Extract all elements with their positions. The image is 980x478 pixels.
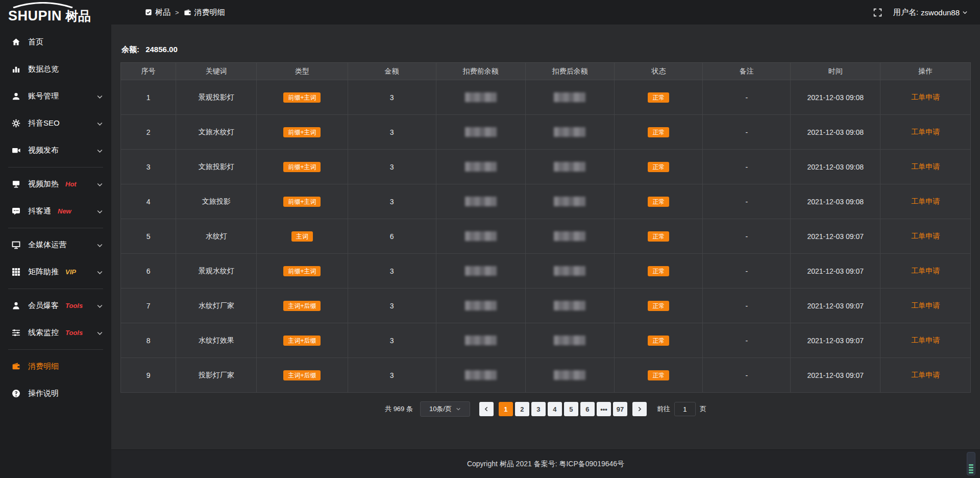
sidebar-item-chat[interactable]: 抖客通New xyxy=(0,198,111,225)
work-order-link[interactable]: 工单申请 xyxy=(911,128,940,136)
balance: 余额: 24856.00 xyxy=(120,45,971,55)
cell-note: - xyxy=(703,254,790,289)
cell-keyword: 水纹灯 xyxy=(176,219,257,254)
cell-keyword: 投影灯厂家 xyxy=(176,358,257,393)
sidebar-divider xyxy=(8,349,103,350)
cell-type: 前缀+主词 xyxy=(257,254,348,289)
sidebar-item-badge: Hot xyxy=(65,180,77,188)
chevron-down-icon xyxy=(96,93,103,102)
sidebar-item-chart[interactable]: 数据总览 xyxy=(0,56,111,83)
cell-action: 工单申请 xyxy=(880,184,971,219)
page-button-97[interactable]: 97 xyxy=(613,402,627,416)
cell-balance-before xyxy=(436,115,525,150)
cell-action: 工单申请 xyxy=(880,254,971,289)
work-order-link[interactable]: 工单申请 xyxy=(911,197,940,205)
fullscreen-icon[interactable] xyxy=(873,8,882,17)
censored-balance-after xyxy=(554,197,585,206)
type-badge: 前缀+主词 xyxy=(283,92,321,103)
col-note: 备注 xyxy=(703,63,790,80)
chevron-down-icon xyxy=(962,10,968,15)
chevron-down-icon xyxy=(96,329,103,338)
breadcrumb-item-home[interactable]: 树品 xyxy=(145,8,170,17)
next-page-button[interactable] xyxy=(632,402,647,416)
page-ellipsis-button[interactable]: ••• xyxy=(597,402,611,416)
sidebar-item-grid[interactable]: 矩阵助推VIP xyxy=(0,258,111,285)
cell-index: 8 xyxy=(121,323,176,358)
work-order-link[interactable]: 工单申请 xyxy=(911,371,940,379)
table-row: 7水纹灯厂家主词+后缀3正常-2021-12-03 09:07工单申请 xyxy=(121,289,971,323)
cell-index: 1 xyxy=(121,80,176,115)
cell-index: 6 xyxy=(121,254,176,289)
cell-balance-after xyxy=(525,184,615,219)
sidebar-item-gear[interactable]: 抖音SEO xyxy=(0,110,111,137)
col-balance-before: 扣费前余额 xyxy=(436,63,525,80)
page-size-select[interactable]: 10条/页 xyxy=(420,401,470,417)
sidebar-item-user[interactable]: 账号管理 xyxy=(0,83,111,110)
cell-keyword: 文旅投影 xyxy=(176,184,257,219)
page-button-4[interactable]: 4 xyxy=(548,402,562,416)
table-row: 3文旅投影灯前缀+主词3正常-2021-12-03 09:08工单申请 xyxy=(121,150,971,184)
cell-status: 正常 xyxy=(615,358,703,393)
sidebar-item-display[interactable]: 视频加热Hot xyxy=(0,171,111,198)
goto-page-input[interactable] xyxy=(674,402,696,416)
sidebar-item-video[interactable]: 视频发布 xyxy=(0,137,111,164)
cell-balance-before xyxy=(436,323,525,358)
sidebar: SHUPIN 树品 首页数据总览账号管理抖音SEO视频发布视频加热Hot抖客通N… xyxy=(0,0,111,478)
sidebar-item-label: 账号管理 xyxy=(28,91,59,101)
table-header-row: 序号 关键词 类型 金额 扣费前余额 扣费后余额 状态 备注 时间 操作 xyxy=(121,63,971,80)
sidebar-item-label: 操作说明 xyxy=(28,389,59,398)
cell-index: 9 xyxy=(121,358,176,393)
sidebar-item-person[interactable]: 会员爆客Tools xyxy=(0,292,111,319)
cell-status: 正常 xyxy=(615,219,703,254)
page-button-2[interactable]: 2 xyxy=(515,402,529,416)
page-button-1[interactable]: 1 xyxy=(499,402,513,416)
cell-balance-before xyxy=(436,289,525,323)
status-badge: 正常 xyxy=(648,162,669,172)
status-badge: 正常 xyxy=(648,266,669,276)
sidebar-item-sliders[interactable]: 线索监控Tools xyxy=(0,319,111,346)
cell-note: - xyxy=(703,289,790,323)
page-button-5[interactable]: 5 xyxy=(564,402,578,416)
sidebar-item-home[interactable]: 首页 xyxy=(0,29,111,56)
sidebar-item-question[interactable]: 操作说明 xyxy=(0,380,111,407)
user-menu[interactable]: 用户名: zswodun88 xyxy=(893,8,968,17)
prev-page-button[interactable] xyxy=(479,402,494,416)
wallet-icon xyxy=(12,362,20,371)
col-index: 序号 xyxy=(121,63,176,80)
copyright-text: Copyright 树品 2021 备案号: 粤ICP备09019646号 xyxy=(467,460,624,469)
cell-status: 正常 xyxy=(615,254,703,289)
page-button-6[interactable]: 6 xyxy=(580,402,595,416)
sidebar-item-monitor[interactable]: 全媒体运营 xyxy=(0,231,111,258)
cell-index: 4 xyxy=(121,184,176,219)
table-row: 2文旅水纹灯前缀+主词3正常-2021-12-03 09:08工单申请 xyxy=(121,115,971,150)
cell-time: 2021-12-03 09:08 xyxy=(790,184,880,219)
logo[interactable]: SHUPIN 树品 xyxy=(0,0,111,28)
sidebar-item-wallet[interactable]: 消费明细 xyxy=(0,353,111,380)
cell-time: 2021-12-03 09:07 xyxy=(790,323,880,358)
username-value: zswodun88 xyxy=(921,8,960,17)
sidebar-menu: 首页数据总览账号管理抖音SEO视频发布视频加热Hot抖客通New全媒体运营矩阵助… xyxy=(0,28,111,407)
cell-keyword: 水纹灯厂家 xyxy=(176,289,257,323)
type-badge: 前缀+主词 xyxy=(283,197,321,207)
work-order-link[interactable]: 工单申请 xyxy=(911,162,940,171)
work-order-link[interactable]: 工单申请 xyxy=(911,267,940,275)
work-order-link[interactable]: 工单申请 xyxy=(911,232,940,240)
work-order-link[interactable]: 工单申请 xyxy=(911,93,940,101)
logo-text-en: SHUPIN xyxy=(8,8,62,24)
cell-type: 前缀+主词 xyxy=(257,150,348,184)
censored-balance-after xyxy=(554,370,585,380)
sidebar-item-label: 线索监控 xyxy=(28,328,59,338)
sidebar-item-badge: Tools xyxy=(65,302,83,309)
type-badge: 前缀+主词 xyxy=(283,162,321,172)
page-button-3[interactable]: 3 xyxy=(531,402,546,416)
breadcrumb-item-current[interactable]: 消费明细 xyxy=(184,8,225,17)
goto-suffix: 页 xyxy=(700,404,706,414)
cell-amount: 3 xyxy=(348,184,436,219)
work-order-link[interactable]: 工单申请 xyxy=(911,301,940,309)
sidebar-item-label: 首页 xyxy=(28,37,43,47)
cell-index: 2 xyxy=(121,115,176,150)
censored-balance-after xyxy=(554,92,585,102)
col-amount: 金额 xyxy=(348,63,436,80)
work-order-link[interactable]: 工单申请 xyxy=(911,336,940,344)
cell-status: 正常 xyxy=(615,150,703,184)
